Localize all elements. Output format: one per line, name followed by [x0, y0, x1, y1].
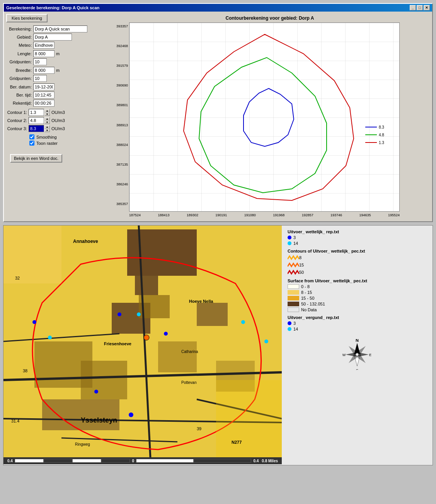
legend-dot4-row: 14 — [288, 327, 427, 331]
legend-swatch4-label: 50 - 132.051 — [301, 302, 325, 306]
legend-blue-label: 8.3 — [379, 125, 384, 129]
contour3-field[interactable] — [29, 125, 44, 132]
ber-datum-input[interactable] — [33, 83, 54, 90]
rekentijd-input[interactable] — [33, 100, 54, 107]
legend-section3-title: Surface from Uitvoer_ wettelijk_ pec.txt — [288, 278, 427, 283]
map-label-ringweg: Ringweg — [75, 442, 90, 446]
y-label-0: 393357 — [116, 24, 128, 28]
word-doc-button[interactable]: Bekijk in een Word doc. — [10, 154, 62, 163]
map-dot-blue-3 — [94, 390, 98, 394]
contour2-unit: OU/m3 — [51, 118, 65, 123]
map-dot-cyan-1 — [48, 336, 52, 339]
smoothing-checkbox[interactable] — [29, 134, 34, 139]
gridpunten-breedte-input[interactable] — [33, 75, 47, 82]
meteo-input[interactable] — [33, 42, 54, 49]
zigzag-red-icon — [288, 269, 299, 275]
y-label-2: 391579 — [116, 64, 128, 68]
gridpunten-lengte-input[interactable] — [33, 58, 47, 65]
map-legend: Uitvoer_ wettelijk_ rep.txt 3 14 Contour… — [282, 226, 433, 465]
kies-berekening-button[interactable]: Kies berekening — [6, 14, 48, 22]
legend-dot-blue-2 — [288, 321, 291, 325]
x-label-8: 194635 — [359, 213, 371, 217]
north-arrow-svg: N S E W — [342, 339, 373, 370]
contour1-spinner-buttons: ▲ ▼ — [44, 109, 50, 116]
rekentijd-label: Rekentijd: — [6, 101, 33, 105]
bottom-map-section: Annahoeve Hoeve Nella Friesenhoeve Catha… — [3, 225, 433, 465]
y-label-6: 388024 — [116, 143, 128, 147]
zigzag-yellow-icon — [288, 255, 299, 261]
map-label-ysselsteyn: Ysselsteyn — [81, 416, 117, 424]
legend-swatch4-row: 50 - 132.051 — [288, 302, 427, 306]
map-dot-cyan-2 — [137, 312, 141, 316]
svg-rect-3 — [127, 229, 197, 276]
legend-swatch3-row: 15 - 50 — [288, 296, 427, 300]
contour3-unit: OU/m3 — [51, 126, 65, 131]
scale-label-0: 0 — [132, 459, 134, 463]
meteo-label: Meteo: — [6, 43, 33, 48]
map-dot-blue-5 — [129, 412, 133, 417]
legend-contour-orange: 15 — [288, 262, 427, 268]
swatch-8-15 — [288, 290, 299, 295]
gebied-label: Gebied: — [6, 35, 33, 39]
svg-text:E: E — [369, 353, 371, 357]
contour2-field[interactable] — [29, 117, 44, 124]
scale-label-far: 0.8 Miles — [262, 459, 278, 463]
contour3-row: Contour 3: ▲ ▼ OU/m3 — [6, 125, 107, 132]
breedte-label: Breedte: — [6, 68, 33, 73]
left-panel: Kies berekening Berekening: Gebied: Mete… — [6, 14, 107, 219]
main-window: Geselecteerde berekening: Dorp A Quick s… — [3, 3, 433, 222]
ber-tijd-input[interactable] — [33, 92, 54, 98]
berekening-row: Berekening: — [6, 25, 107, 32]
y-label-5: 388913 — [116, 123, 128, 127]
map-label-catharina: Catharina — [181, 350, 198, 354]
map-label-hoeve-nella: Hoeve Nella — [189, 299, 213, 304]
contour3-up-button[interactable]: ▲ — [44, 125, 50, 129]
minimize-button[interactable]: _ — [410, 5, 416, 10]
maximize-button[interactable]: □ — [417, 5, 423, 10]
svg-text:S: S — [356, 368, 358, 370]
y-label-8: 386246 — [116, 182, 128, 186]
x-label-3: 190191 — [215, 213, 227, 217]
x-label-4: 191080 — [244, 213, 256, 217]
legend-contour-yellow: 8 — [288, 255, 427, 261]
legend-contour-orange-label: 15 — [299, 263, 304, 267]
breedte-input[interactable] — [33, 67, 54, 74]
gridpunten-breedte-label: Gridpunten: — [6, 76, 33, 81]
x-label-0: 187524 — [129, 213, 141, 217]
contour1-down-button[interactable]: ▼ — [44, 112, 50, 116]
contour2-row: Contour 2: ▲ ▼ OU/m3 — [6, 117, 107, 124]
legend-dot4-label: 14 — [293, 327, 298, 331]
map-dot-cyan-3 — [264, 339, 268, 343]
x-label-7: 193746 — [330, 213, 342, 217]
gridpunten-lengte-row: Gridpunten: — [6, 58, 107, 65]
legend-dot-cyan-2 — [288, 327, 291, 331]
gebied-input[interactable] — [33, 34, 72, 41]
svg-rect-8 — [81, 361, 127, 399]
berekening-label: Berekening: — [6, 27, 33, 31]
title-bar: Geselecteerde berekening: Dorp A Quick s… — [4, 4, 432, 12]
contour2-down-button[interactable]: ▼ — [44, 120, 50, 124]
x-label-6: 192857 — [302, 213, 313, 217]
breedte-row: Breedte: m — [6, 67, 107, 74]
legend-swatch3-label: 15 - 50 — [301, 296, 314, 300]
contour3-down-button[interactable]: ▼ — [44, 129, 50, 132]
close-button[interactable]: ✕ — [424, 5, 430, 10]
legend-section4-title: Uitvoer_ vergund_ rep.txt — [288, 315, 427, 320]
map-number-31-4: 31.4 — [11, 419, 19, 423]
map-dot-cyan-4 — [241, 320, 245, 324]
contour1-up-button[interactable]: ▲ — [44, 109, 50, 112]
scale-label-neg: 0.4 — [7, 459, 13, 463]
svg-text:N: N — [356, 339, 359, 343]
x-label-5: 191968 — [273, 213, 284, 217]
map-dot-blue-2 — [118, 312, 121, 316]
toon-raster-checkbox[interactable] — [29, 141, 34, 146]
gridpunten-breedte-row: Gridpunten: — [6, 75, 107, 82]
legend-swatch1-row: 0 - 8 — [288, 284, 427, 289]
contour1-field[interactable] — [29, 109, 44, 116]
berekening-input[interactable] — [33, 25, 87, 32]
contour2-up-button[interactable]: ▲ — [44, 117, 50, 120]
map-label-annahoeve: Annahoeve — [73, 239, 98, 244]
lengte-input[interactable] — [33, 50, 54, 57]
svg-rect-11 — [197, 303, 228, 326]
rekentijd-row: Rekentijd: — [6, 100, 107, 107]
